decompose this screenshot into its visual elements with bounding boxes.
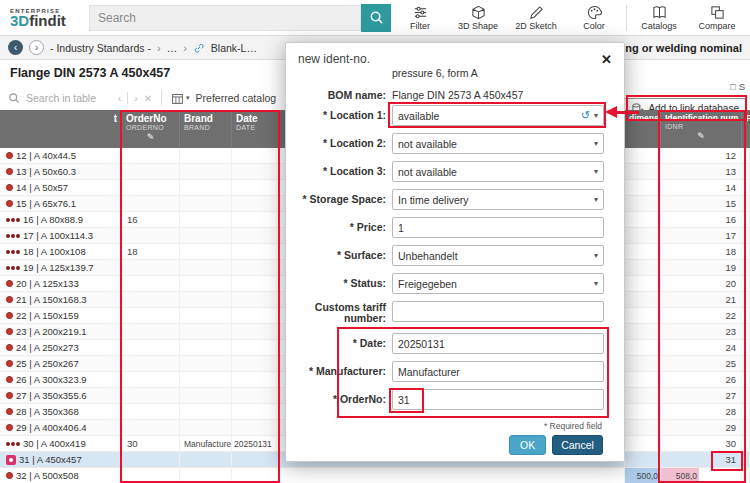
idnr-cell[interactable]: 25 (661, 356, 742, 371)
col-header-idnr[interactable]: Identification num… IDNR ✎ (661, 110, 742, 148)
search-button[interactable] (361, 4, 391, 32)
variant-cell[interactable]: 17 | A 100x114.3 (0, 228, 122, 243)
price-input[interactable] (392, 217, 604, 238)
brand-cell[interactable] (180, 164, 232, 179)
col-header-date[interactable]: Date DATE (232, 110, 280, 148)
variant-cell[interactable]: 12 | A 40x44.5 (0, 148, 122, 163)
breadcrumb-ellipsis[interactable]: … (167, 42, 178, 54)
orderno-cell[interactable] (122, 276, 180, 291)
tool-filter[interactable]: Filter (391, 5, 449, 31)
date-cell[interactable] (232, 244, 280, 259)
date-cell[interactable] (232, 260, 280, 275)
orderno-cell[interactable] (122, 452, 180, 467)
back-button[interactable]: ‹ (8, 40, 23, 55)
date-cell[interactable] (232, 340, 280, 355)
prev-match-icon[interactable]: ‹ (118, 93, 121, 104)
date-cell[interactable] (232, 356, 280, 371)
orderno-cell[interactable] (122, 228, 180, 243)
brand-cell[interactable] (180, 372, 232, 387)
global-search-input[interactable] (89, 5, 361, 31)
brand-cell[interactable] (180, 260, 232, 275)
tool-color[interactable]: Color (565, 5, 623, 31)
location3-select[interactable]: not available ▾ (392, 161, 604, 182)
customs-input[interactable] (392, 301, 604, 322)
date-cell[interactable] (232, 292, 280, 307)
date-cell[interactable] (232, 468, 280, 483)
idnr-cell[interactable]: 13 (661, 164, 742, 179)
col-header-variant[interactable]: t (0, 110, 122, 148)
orderno-cell[interactable]: 30 (122, 436, 180, 451)
col-header-brand[interactable]: Brand BRAND (180, 110, 232, 148)
variant-cell[interactable]: 13 | A 50x60.3 (0, 164, 122, 179)
location1-select[interactable]: available ↺▾ (392, 105, 604, 126)
brand-cell[interactable] (180, 340, 232, 355)
orderno-cell[interactable] (122, 308, 180, 323)
brand-cell[interactable] (180, 148, 232, 163)
idnr-cell[interactable]: 17 (661, 228, 742, 243)
breadcrumb-industry-standards[interactable]: - Industry Standards - (50, 42, 151, 54)
variant-cell[interactable]: 22 | A 150x159 (0, 308, 122, 323)
idnr-cell[interactable]: 24 (661, 340, 742, 355)
variant-cell[interactable]: 14 | A 50x57 (0, 180, 122, 195)
orderno-cell[interactable] (122, 372, 180, 387)
variant-cell[interactable]: 27 | A 350x355.6 (0, 388, 122, 403)
storage-space-select[interactable]: In time delivery ▾ (392, 189, 604, 210)
partial-checkbox[interactable]: □ S (730, 81, 745, 92)
orderno-cell[interactable] (122, 148, 180, 163)
app-logo[interactable]: ENTERPRISE 3Dfindit (10, 8, 79, 27)
orderno-cell[interactable] (122, 404, 180, 419)
reset-icon[interactable]: ↺ (581, 109, 590, 122)
date-cell[interactable] (232, 196, 280, 211)
col-header-orderno[interactable]: OrderNo ORDERNO ✎ (122, 110, 180, 148)
idnr-cell[interactable]: 14 (661, 180, 742, 195)
col-header-dimensions[interactable]: dimens… (625, 110, 661, 148)
idnr-cell[interactable]: 508,0 (661, 468, 742, 483)
orderno-cell[interactable] (122, 196, 180, 211)
tool-compare[interactable]: Compare (688, 5, 746, 31)
brand-cell[interactable] (180, 388, 232, 403)
date-cell[interactable] (232, 372, 280, 387)
date-cell[interactable] (232, 404, 280, 419)
variant-cell[interactable]: 16 | A 80x88.9 (0, 212, 122, 227)
date-cell[interactable] (232, 180, 280, 195)
brand-cell[interactable] (180, 420, 232, 435)
date-cell[interactable] (232, 228, 280, 243)
variant-cell[interactable]: 28 | A 350x368 (0, 404, 122, 419)
brand-cell[interactable] (180, 308, 232, 323)
idnr-cell[interactable]: 19 (661, 260, 742, 275)
date-cell[interactable] (232, 276, 280, 291)
date-cell[interactable] (232, 420, 280, 435)
surface-select[interactable]: Unbehandelt ▾ (392, 245, 604, 266)
orderno-cell[interactable] (122, 164, 180, 179)
brand-cell[interactable] (180, 468, 232, 483)
cancel-button[interactable]: Cancel (552, 435, 603, 455)
brand-cell[interactable] (180, 228, 232, 243)
edit-column-icon[interactable]: ✎ (126, 132, 175, 142)
variant-cell[interactable]: 20 | A 125x133 (0, 276, 122, 291)
brand-cell[interactable] (180, 196, 232, 211)
orderno-cell[interactable] (122, 468, 180, 483)
idnr-cell[interactable]: 22 (661, 308, 742, 323)
orderno-cell[interactable] (122, 340, 180, 355)
date-cell[interactable] (232, 148, 280, 163)
idnr-cell[interactable]: 29 (661, 420, 742, 435)
status-select[interactable]: Freigegeben ▾ (392, 273, 604, 294)
brand-cell[interactable] (180, 244, 232, 259)
idnr-cell[interactable]: 18 (661, 244, 742, 259)
date-cell[interactable] (232, 212, 280, 227)
date-cell[interactable] (232, 388, 280, 403)
orderno-input[interactable] (392, 389, 604, 410)
orderno-cell[interactable] (122, 324, 180, 339)
date-cell[interactable] (232, 164, 280, 179)
variant-cell[interactable]: 32 | A 500x508 (0, 468, 122, 483)
orderno-cell[interactable] (122, 292, 180, 307)
variant-cell[interactable]: 25 | A 250x267 (0, 356, 122, 371)
idnr-cell[interactable]: 30 (661, 436, 742, 451)
tool-3d-shape[interactable]: 3D Shape (449, 5, 507, 31)
tool-catalogs[interactable]: Catalogs (630, 5, 688, 31)
variant-cell[interactable]: 23 | A 200x219.1 (0, 324, 122, 339)
idnr-cell[interactable]: 31 (661, 452, 742, 467)
date-cell[interactable]: 20250131 (232, 436, 280, 451)
location2-select[interactable]: not available ▾ (392, 133, 604, 154)
ok-button[interactable]: OK (509, 435, 546, 455)
